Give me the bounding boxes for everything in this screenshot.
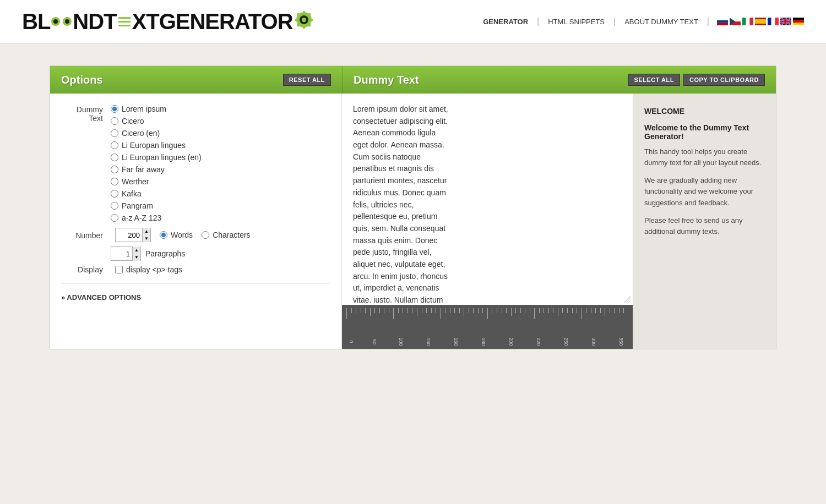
display-p-tags-checkbox[interactable]: display <p> tags bbox=[115, 265, 182, 274]
paragraphs-spin-down[interactable]: ▼ bbox=[133, 254, 140, 261]
nav-html-snippets[interactable]: HTML SNIPPETS bbox=[540, 18, 612, 26]
radio-pangram[interactable]: Pangram bbox=[111, 201, 202, 210]
svg-rect-25 bbox=[755, 19, 766, 24]
characters-radio-input[interactable] bbox=[202, 231, 209, 239]
display-p-tags-input[interactable] bbox=[115, 266, 123, 273]
radio-werther-label: Werther bbox=[122, 177, 149, 186]
select-all-button[interactable]: SELECT ALL bbox=[628, 74, 680, 86]
radio-werther-input[interactable] bbox=[111, 178, 118, 185]
options-section-header: Options RESET ALL bbox=[50, 66, 342, 94]
ruler-ticks bbox=[342, 307, 633, 320]
radio-kafka-input[interactable] bbox=[111, 190, 118, 198]
ruler: 0 50 100 150 160 180 200 220 250 300 350 bbox=[342, 305, 633, 349]
paragraphs-spin-up[interactable]: ▲ bbox=[133, 246, 140, 254]
svg-rect-16 bbox=[717, 20, 728, 23]
ruler-inner: 0 50 100 150 160 180 200 220 250 300 350 bbox=[342, 307, 633, 349]
radio-li-eu[interactable]: Li Europan lingues bbox=[111, 141, 202, 150]
copy-to-clipboard-button[interactable]: COPY TO CLIPBOARD bbox=[683, 74, 765, 86]
flag-fr[interactable] bbox=[768, 18, 779, 25]
words-radio-input[interactable] bbox=[160, 231, 167, 239]
dummy-text-textarea[interactable] bbox=[342, 94, 464, 303]
radio-far-away-input[interactable] bbox=[111, 166, 118, 173]
radio-lorem-ipsum-input[interactable] bbox=[111, 105, 118, 113]
ruler-tick bbox=[534, 307, 539, 319]
ruler-tick bbox=[374, 307, 379, 313]
ruler-tick bbox=[567, 307, 572, 313]
nav-divider-2: | bbox=[612, 17, 617, 26]
radio-cicero-en-input[interactable] bbox=[111, 129, 118, 137]
ruler-tick bbox=[497, 307, 502, 313]
flag-gb[interactable] bbox=[780, 18, 791, 25]
ruler-tick bbox=[384, 307, 389, 313]
ruler-tick bbox=[426, 307, 431, 313]
number-input[interactable] bbox=[116, 228, 142, 242]
radio-werther[interactable]: Werther bbox=[111, 177, 202, 186]
welcome-heading: Welcome to the Dummy Text Generator! bbox=[644, 123, 765, 141]
words-radio[interactable]: Words bbox=[160, 231, 193, 239]
paragraphs-input[interactable] bbox=[111, 247, 132, 260]
dummy-text-label: Dummy Text bbox=[61, 105, 111, 123]
svg-line-42 bbox=[626, 298, 631, 303]
radio-cicero[interactable]: Cicero bbox=[111, 117, 202, 125]
options-column: Dummy Text Lorem ipsum Cicero Cicero bbox=[50, 94, 342, 349]
flag-it[interactable] bbox=[742, 18, 753, 25]
number-label: Number bbox=[61, 231, 111, 240]
radio-far-away[interactable]: Far far away bbox=[111, 165, 202, 174]
nav-generator[interactable]: GENERATOR bbox=[475, 18, 536, 26]
dummy-text-column: 0 50 100 150 160 180 200 220 250 300 350 bbox=[342, 94, 633, 349]
svg-rect-10 bbox=[310, 19, 313, 21]
radio-pangram-input[interactable] bbox=[111, 202, 118, 210]
radio-li-eu-en-input[interactable] bbox=[111, 154, 118, 161]
panel: Options RESET ALL Dummy Text SELECT ALL … bbox=[50, 65, 776, 349]
radio-cicero-input[interactable] bbox=[111, 117, 118, 125]
advanced-options-link[interactable]: » ADVANCED OPTIONS bbox=[61, 293, 141, 302]
ruler-tick bbox=[351, 307, 356, 313]
ruler-tick bbox=[586, 307, 591, 313]
flag-group bbox=[717, 18, 804, 25]
number-spin-down[interactable]: ▼ bbox=[143, 235, 150, 242]
svg-rect-26 bbox=[768, 18, 771, 25]
characters-radio[interactable]: Characters bbox=[202, 231, 250, 239]
logo-dot-right-icon bbox=[62, 17, 72, 26]
reset-all-button[interactable]: RESET ALL bbox=[283, 74, 331, 86]
radio-cicero-en[interactable]: Cicero (en) bbox=[111, 129, 202, 138]
radio-li-eu-en[interactable]: Li Europan lingues (en) bbox=[111, 153, 202, 162]
ruler-tick bbox=[412, 307, 417, 313]
ruler-tick bbox=[431, 307, 436, 313]
radio-lorem-ipsum[interactable]: Lorem ipsum bbox=[111, 105, 202, 113]
svg-rect-28 bbox=[775, 18, 779, 25]
svg-point-3 bbox=[65, 19, 69, 24]
paragraphs-input-wrap: ▲ ▼ bbox=[111, 246, 141, 261]
ruler-tick bbox=[454, 307, 459, 313]
ruler-num-0: 0 bbox=[349, 340, 354, 343]
nav-about[interactable]: ABOUT DUMMY TEXT bbox=[617, 18, 706, 26]
ruler-tick bbox=[482, 307, 487, 313]
welcome-paragraph-1: This handy tool helps you create dummy t… bbox=[644, 146, 765, 168]
ruler-tick bbox=[530, 307, 535, 313]
ruler-tick bbox=[511, 307, 516, 316]
flag-ru[interactable] bbox=[717, 18, 728, 25]
display-row: Display display <p> tags bbox=[61, 265, 330, 274]
ruler-tick bbox=[548, 307, 553, 313]
ruler-tick bbox=[464, 307, 469, 316]
svg-rect-39 bbox=[793, 20, 804, 23]
flag-de[interactable] bbox=[793, 18, 804, 25]
display-label: Display bbox=[61, 265, 111, 274]
radio-kafka[interactable]: Kafka bbox=[111, 189, 202, 198]
flag-cz[interactable] bbox=[730, 18, 741, 25]
flag-es[interactable] bbox=[755, 18, 766, 25]
logo-dot-left-icon bbox=[51, 17, 61, 26]
ruler-tick bbox=[389, 307, 394, 313]
nav-divider-1: | bbox=[536, 17, 540, 26]
radio-az[interactable]: a-z A-Z 123 bbox=[111, 213, 202, 222]
svg-rect-15 bbox=[717, 18, 728, 20]
radio-az-input[interactable] bbox=[111, 214, 118, 222]
radio-pangram-label: Pangram bbox=[122, 201, 153, 210]
ruler-tick bbox=[361, 307, 366, 313]
radio-li-eu-en-label: Li Europan lingues (en) bbox=[122, 153, 202, 162]
radio-li-eu-input[interactable] bbox=[111, 141, 118, 149]
ruler-tick bbox=[520, 307, 525, 313]
number-spin-up[interactable]: ▲ bbox=[143, 228, 150, 235]
dummy-text-wrapper bbox=[342, 94, 633, 305]
ruler-tick bbox=[469, 307, 474, 313]
